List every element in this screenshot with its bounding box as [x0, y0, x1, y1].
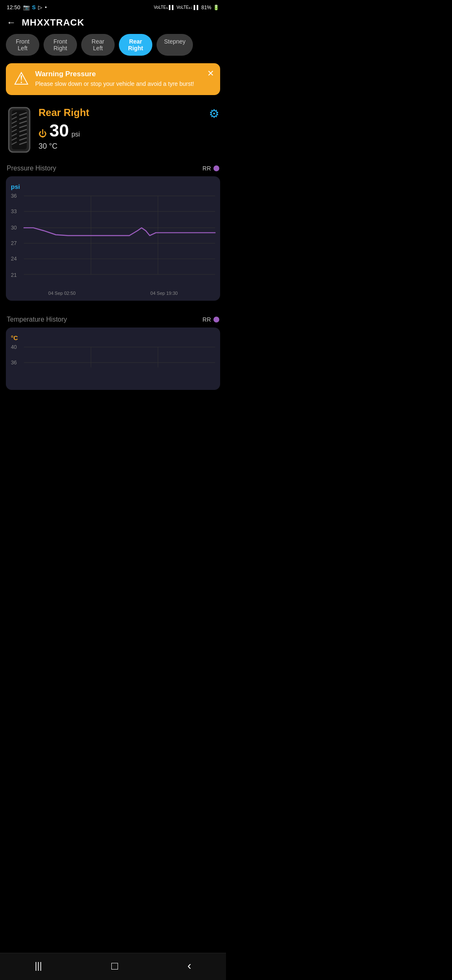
tabs-bar: FrontLeft FrontRight RearLeft RearRight … — [0, 34, 226, 63]
temperature-legend: RR — [203, 316, 219, 323]
pressure-unit-label: psi — [11, 183, 215, 190]
status-right: VoLTE₁ ▌▌ VoLTE₂↓ ▌▌ 81% 🔋 — [154, 5, 220, 10]
temperature-legend-dot — [213, 317, 219, 322]
tire-info-card: Rear Right ⏻ 30 psi 30 °C ⚙ — [0, 103, 226, 157]
warning-close-button[interactable]: ✕ — [207, 68, 214, 78]
pressure-x-label-1: 04 Sep 02:50 — [48, 291, 75, 296]
s-icon: S — [32, 4, 36, 10]
photo-icon: 📷 — [23, 4, 30, 10]
svg-text:33: 33 — [11, 208, 17, 214]
temperature-legend-label: RR — [203, 316, 211, 323]
warning-title: Warning Pressure — [35, 70, 213, 78]
svg-text:30: 30 — [11, 224, 17, 230]
status-time: 12:50 — [7, 4, 21, 10]
warning-icon: ⚠ — [13, 70, 29, 88]
settings-button[interactable]: ⚙ — [209, 107, 219, 121]
signal2-icon: VoLTE₂↓ ▌▌ — [177, 5, 200, 10]
play-icon: ▷ — [38, 4, 42, 10]
pressure-unit: psi — [72, 131, 80, 138]
svg-text:40: 40 — [11, 344, 17, 350]
page-title: MHXXTRACK — [22, 17, 85, 28]
pressure-history-title: Pressure History — [7, 165, 56, 172]
pressure-value: 30 — [49, 122, 69, 139]
svg-text:36: 36 — [11, 360, 17, 366]
pressure-x-label-2: 04 Sep 19:30 — [150, 291, 177, 296]
svg-text:36: 36 — [11, 193, 17, 199]
tire-temperature: 30 °C — [39, 142, 219, 151]
tab-stepney[interactable]: Stepney — [157, 34, 193, 56]
signal-icon: VoLTE₁ ▌▌ — [154, 5, 175, 10]
pressure-chart: 36 33 30 27 24 21 — [11, 192, 215, 287]
pressure-legend-label: RR — [203, 165, 211, 172]
header: ← MHXXTRACK — [0, 13, 226, 34]
temperature-chart-container: °C 40 36 — [6, 328, 220, 390]
back-button[interactable]: ← — [7, 17, 16, 28]
temperature-unit-label: °C — [11, 334, 215, 341]
tire-details: Rear Right ⏻ 30 psi 30 °C — [39, 107, 219, 151]
temperature-history-header: Temperature History RR — [0, 308, 226, 328]
tab-rear-right[interactable]: RearRight — [119, 34, 152, 56]
svg-text:24: 24 — [11, 256, 17, 262]
pressure-legend: RR — [203, 165, 219, 172]
status-bar: 12:50 📷 S ▷ • VoLTE₁ ▌▌ VoLTE₂↓ ▌▌ 81% 🔋 — [0, 0, 226, 13]
tab-rear-left[interactable]: RearLeft — [81, 34, 115, 56]
temperature-history-title: Temperature History — [7, 316, 67, 323]
warning-banner: ⚠ Warning Pressure Please slow down or s… — [6, 63, 220, 95]
pressure-icon: ⏻ — [39, 129, 47, 139]
battery-label: 81% — [201, 5, 211, 10]
pressure-legend-dot — [213, 165, 219, 171]
tab-front-left[interactable]: FrontLeft — [6, 34, 39, 56]
temperature-chart: 40 36 — [11, 343, 215, 377]
pressure-history-header: Pressure History RR — [0, 157, 226, 176]
status-left: 12:50 📷 S ▷ • — [7, 4, 47, 10]
tire-icon — [7, 107, 32, 155]
tab-front-right[interactable]: FrontRight — [44, 34, 77, 56]
pressure-x-labels: 04 Sep 02:50 04 Sep 19:30 — [11, 291, 215, 296]
battery-icon: 🔋 — [213, 5, 219, 10]
dot-icon: • — [45, 4, 47, 10]
pressure-chart-container: psi 36 33 30 27 24 21 04 Sep 02:5 — [6, 176, 220, 301]
svg-text:21: 21 — [11, 272, 17, 278]
warning-text: Warning Pressure Please slow down or sto… — [35, 70, 213, 88]
tire-pressure-row: ⏻ 30 psi — [39, 122, 219, 139]
tire-name: Rear Right — [39, 107, 219, 119]
warning-description: Please slow down or stop your vehicle an… — [35, 80, 213, 88]
svg-text:27: 27 — [11, 240, 17, 246]
